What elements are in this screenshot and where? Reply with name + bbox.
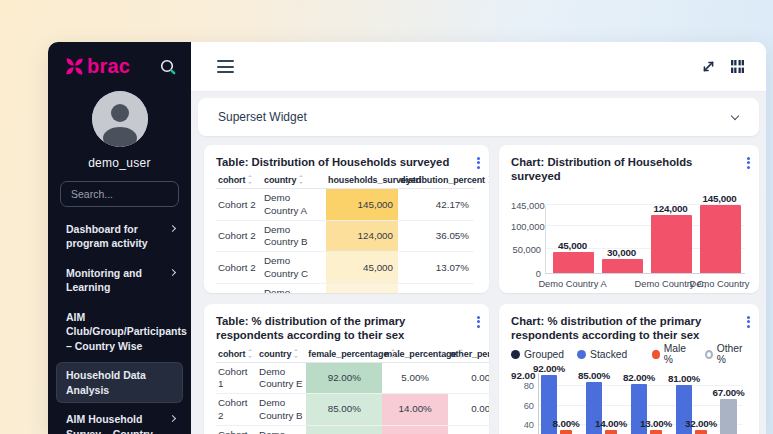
table-row: Cohort 2Demo Country C45,00013.07%: [216, 252, 474, 283]
column-label: distribution_percent: [400, 175, 485, 185]
y-axis-tick-label: 0: [511, 269, 541, 279]
table-row: Cohort 1Demo Country E92.00%5.00%0.00%: [216, 362, 489, 393]
kebab-menu-icon[interactable]: [477, 314, 480, 329]
search-icon[interactable]: [159, 58, 177, 76]
sidebar-item-label: Household Data Analysis: [66, 368, 175, 397]
bar[interactable]: [560, 430, 572, 434]
column-label: cohort: [218, 349, 245, 359]
kebab-menu-icon[interactable]: [477, 155, 480, 170]
x-axis-label: Demo Country: [674, 279, 760, 289]
table-row: Cohort 2Demo Country A145,00042.17%: [216, 189, 474, 220]
cell-female-percentage: 85.00%: [306, 394, 382, 425]
card-sex-chart: Chart: % distribution of the primary res…: [499, 304, 759, 434]
app-grid-icon[interactable]: [730, 59, 745, 74]
chevron-right-icon: [169, 225, 176, 232]
brac-logo: brac: [65, 55, 130, 78]
sidebar: brac demo_user Dashboard for progr: [48, 42, 191, 434]
column-header[interactable]: cohort: [216, 173, 262, 189]
cell-distribution-percent: 13.07%: [398, 252, 474, 283]
widget-title: Superset Widget: [218, 110, 307, 124]
table-body: Cohort 2Demo Country A145,00042.17%Cohor…: [216, 189, 474, 293]
bar[interactable]: [700, 205, 741, 273]
cell-households-surveyed: 45,000: [326, 252, 398, 283]
cell-male-percentage: 14.00%: [382, 394, 448, 425]
cell-households-surveyed: 30,000: [326, 283, 398, 293]
column-label: cohort: [218, 175, 245, 185]
sidebar-item[interactable]: Dashboard for program activity: [56, 216, 183, 257]
bar[interactable]: [651, 215, 692, 273]
bar[interactable]: [650, 430, 662, 434]
bar-value-label: 8.00%: [542, 418, 590, 429]
bar[interactable]: [605, 430, 617, 434]
toolbar: [191, 42, 766, 92]
column-header[interactable]: female_percentage: [306, 347, 382, 363]
cell-households-surveyed: 124,000: [326, 220, 398, 251]
bar-value-label: 13.00%: [632, 418, 680, 429]
table-row: Cohort 2Demo Country B85.00%14.00%0.00%: [216, 394, 489, 425]
cell-distribution-percent: 8.72%: [398, 283, 474, 293]
y-axis-tick-label: 80: [511, 381, 534, 391]
kebab-menu-icon[interactable]: [747, 314, 750, 329]
column-label: country: [264, 175, 296, 185]
legend-item[interactable]: Grouped: [511, 349, 564, 360]
x-axis-label: Cohort 2: [565, 292, 657, 293]
search-input[interactable]: [60, 181, 179, 207]
sort-icon: [487, 175, 489, 184]
y-axis-tick-label: 145,000: [511, 201, 541, 211]
column-header[interactable]: country: [262, 173, 326, 189]
sidebar-item[interactable]: AIM Club/Group/Participants – Country Wi…: [56, 304, 183, 359]
bar-value-label: 82.00%: [615, 372, 663, 383]
card-title: Chart: % distribution of the primary res…: [511, 314, 747, 343]
sidebar-item[interactable]: Household Data Analysis: [56, 362, 183, 403]
cell-distribution-percent: 42.17%: [398, 189, 474, 220]
sidebar-item-label: Dashboard for program activity: [66, 222, 170, 251]
superset-widget-header[interactable]: Superset Widget: [198, 98, 759, 136]
y-axis-tick-label: 100,000: [511, 222, 541, 232]
column-header[interactable]: other_percentage: [448, 347, 489, 363]
card-title: Table: Distribution of Households survey…: [216, 155, 477, 169]
cell-female-percentage: 92.00%: [306, 362, 382, 393]
legend-label: Stacked: [590, 349, 627, 360]
bar[interactable]: [720, 399, 737, 434]
bar[interactable]: [553, 252, 594, 273]
page-background: brac demo_user Dashboard for progr: [0, 0, 773, 434]
cell-country: Demo Country B: [257, 394, 306, 425]
sort-icon: [458, 349, 465, 358]
card-households-table: Table: Distribution of Households survey…: [204, 145, 489, 293]
cards-grid: Table: Distribution of Households survey…: [204, 145, 759, 434]
bar[interactable]: [695, 430, 707, 434]
table-row: Cohort 2Demo Country A82.00%18.00%0.00%: [216, 425, 489, 434]
dashboard-content: Superset Widget Table: Distribution of H…: [191, 92, 766, 434]
cell-country: Demo Country E: [257, 362, 306, 393]
chevron-right-icon: [169, 269, 176, 276]
legend-label: Grouped: [524, 349, 564, 360]
column-header[interactable]: households_surveyed: [326, 173, 398, 189]
hamburger-menu-icon[interactable]: [217, 60, 234, 73]
app-window: brac demo_user Dashboard for progr: [48, 42, 766, 434]
bar-value-label: 32.00%: [677, 418, 725, 429]
y-axis-tick-label: 40: [511, 420, 534, 430]
cell-cohort: Cohort 2: [216, 425, 257, 434]
households-table: cohortcountryhouseholds_surveyeddistribu…: [216, 173, 477, 293]
cell-other-percentage: 0.00%: [448, 362, 489, 393]
column-label: female_percentage: [308, 349, 388, 359]
expand-arrows-icon[interactable]: [701, 59, 716, 74]
bar-value-label: 67.00%: [705, 387, 753, 398]
column-header[interactable]: distribution_percent: [398, 173, 474, 189]
sidebar-item-label: Monitoring and Learning: [66, 266, 170, 295]
kebab-menu-icon[interactable]: [747, 155, 750, 170]
bar-value-label: 145,000: [692, 193, 748, 204]
sidebar-nav: Dashboard for program activityMonitoring…: [48, 216, 191, 434]
sidebar-item[interactable]: Monitoring and Learning: [56, 260, 183, 301]
sort-icon: [247, 349, 254, 358]
cell-country: Demo Country B: [262, 220, 326, 251]
x-axis-label: E: [674, 292, 760, 293]
table-header: cohortcountryhouseholds_surveyeddistribu…: [216, 173, 474, 189]
legend-item[interactable]: Stacked: [577, 349, 627, 360]
card-title: Chart: Distribution of Households survey…: [511, 155, 747, 184]
column-header[interactable]: cohort: [216, 347, 257, 363]
data-table: cohortcountryhouseholds_surveyeddistribu…: [216, 173, 474, 293]
sidebar-item[interactable]: AIM Household Survey – Country Wise: [56, 406, 183, 434]
column-header[interactable]: country: [257, 347, 306, 363]
bar[interactable]: [602, 259, 643, 273]
